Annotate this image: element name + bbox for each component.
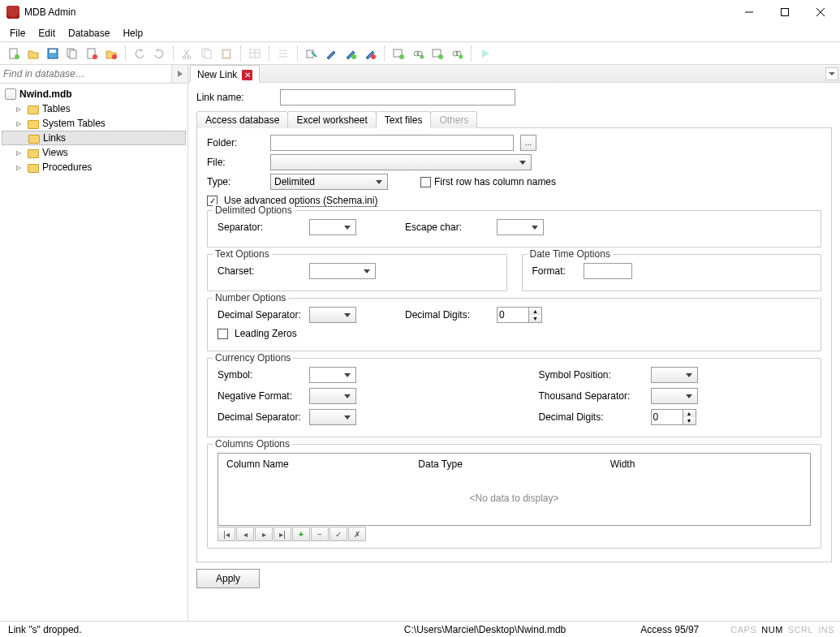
type-label: Type: — [207, 176, 264, 187]
file-select[interactable] — [270, 154, 532, 170]
first-row-checkbox[interactable] — [420, 177, 431, 187]
leading-zeros-checkbox[interactable] — [218, 329, 228, 339]
brush-blue-add-icon[interactable] — [342, 45, 360, 62]
table-add-icon[interactable] — [390, 45, 407, 62]
expand-icon[interactable]: ▹ — [16, 103, 24, 114]
cut-icon[interactable] — [179, 45, 196, 62]
grid-header: Column Name Data Type Width — [218, 454, 810, 475]
escape-select[interactable] — [497, 219, 544, 235]
ins-indicator: INS — [816, 625, 837, 635]
grid-prev-button[interactable]: ◂ — [236, 527, 254, 541]
menu-file[interactable]: File — [3, 26, 32, 41]
table-add2-icon[interactable] — [429, 45, 446, 62]
type-select[interactable]: Delimited — [270, 174, 388, 190]
grid-cancel-button[interactable]: ✗ — [348, 527, 366, 541]
grid-last-button[interactable]: ▸| — [274, 527, 291, 541]
search-go-button[interactable] — [171, 65, 187, 83]
play-icon[interactable] — [476, 45, 494, 62]
apply-label: Apply — [216, 573, 240, 584]
grid-next-button[interactable]: ▸ — [255, 527, 273, 541]
table-icon[interactable] — [246, 45, 264, 62]
curr-thousand-sep-select[interactable] — [651, 388, 698, 404]
status-bar: Link "s" dropped. C:\Users\Marciel\Deskt… — [0, 621, 840, 637]
wizard-icon[interactable] — [303, 45, 321, 62]
num-indicator: NUM — [759, 625, 786, 635]
apply-button[interactable]: Apply — [196, 569, 260, 588]
link2-icon[interactable] — [448, 45, 466, 62]
chevron-down-icon — [829, 71, 835, 77]
grid-remove-button[interactable]: − — [311, 527, 329, 541]
toolbar-separator — [384, 46, 385, 61]
expand-icon[interactable]: ▹ — [16, 147, 24, 158]
tree-db-node[interactable]: Nwind.mdb — [2, 87, 186, 101]
format-input[interactable] — [584, 263, 632, 279]
svg-rect-18 — [205, 50, 211, 58]
num-decimal-sep-select[interactable] — [309, 307, 356, 323]
type-value: Delimited — [274, 176, 315, 187]
list-icon[interactable] — [274, 45, 292, 62]
search-input[interactable] — [0, 65, 171, 83]
datetime-legend: Date Time Options — [528, 248, 613, 260]
tree-procedures[interactable]: ▹ Procedures — [2, 160, 186, 174]
grid-first-button[interactable]: |◂ — [218, 527, 235, 541]
curr-decimal-digits-spinner[interactable]: ▲▼ — [651, 409, 696, 425]
open-file-icon[interactable] — [24, 45, 42, 62]
down-icon[interactable]: ▼ — [529, 315, 541, 322]
curr-decimal-sep-select[interactable] — [309, 409, 356, 425]
tab-new-link[interactable]: New Link ✕ — [190, 65, 260, 83]
grid-commit-button[interactable]: ✓ — [330, 527, 347, 541]
db-tree[interactable]: Nwind.mdb ▹ Tables ▹ System Tables Links… — [0, 84, 187, 621]
new-file-icon[interactable] — [5, 45, 23, 62]
tree-views[interactable]: ▹ Views — [2, 145, 186, 160]
num-decimal-digits-spinner[interactable]: ▲▼ — [497, 307, 542, 323]
folder-browse-button[interactable]: … — [520, 135, 536, 151]
menu-database[interactable]: Database — [62, 26, 116, 41]
tab-access-db[interactable]: Access database — [196, 111, 288, 128]
copy-icon[interactable] — [63, 45, 81, 62]
up-icon[interactable]: ▲ — [683, 410, 696, 417]
close-file-icon[interactable] — [102, 45, 120, 62]
curr-symbol-label: Symbol: — [218, 369, 303, 381]
folder-icon — [28, 120, 39, 129]
tree-system-tables[interactable]: ▹ System Tables — [2, 116, 186, 131]
menu-edit[interactable]: Edit — [32, 26, 62, 41]
scrl-indicator: SCRL — [786, 625, 816, 635]
brush-blue-del-icon[interactable] — [361, 45, 379, 62]
tab-excel[interactable]: Excel worksheet — [287, 111, 376, 128]
curr-symbol-pos-select[interactable] — [651, 367, 698, 383]
brush-blue-icon[interactable] — [322, 45, 340, 62]
copy2-icon[interactable] — [198, 45, 216, 62]
delete-file-icon[interactable] — [83, 45, 101, 62]
curr-neg-format-select[interactable] — [309, 388, 356, 404]
tree-links[interactable]: Links — [2, 131, 186, 145]
up-icon[interactable]: ▲ — [529, 308, 541, 315]
expand-icon[interactable]: ▹ — [16, 118, 24, 129]
link-icon[interactable] — [409, 45, 427, 62]
close-window-button[interactable] — [803, 1, 838, 24]
minimize-button[interactable] — [731, 1, 767, 24]
undo-icon[interactable] — [131, 45, 149, 62]
tab-text-files[interactable]: Text files — [376, 111, 432, 128]
curr-symbol-select[interactable] — [309, 367, 356, 383]
leading-zeros-label: Leading Zeros — [235, 328, 297, 339]
paste-icon[interactable] — [218, 45, 235, 62]
menu-help[interactable]: Help — [116, 26, 149, 41]
down-icon[interactable]: ▼ — [683, 417, 696, 424]
link-name-input[interactable] — [280, 89, 515, 105]
folder-input[interactable] — [270, 135, 514, 151]
redo-icon[interactable] — [150, 45, 168, 62]
save-icon[interactable] — [44, 45, 62, 62]
num-decimal-digits-value[interactable] — [497, 307, 529, 323]
maximize-button[interactable] — [767, 1, 803, 24]
text-options-group: Text Options Charset: — [207, 254, 507, 291]
tab-close-button[interactable]: ✕ — [242, 70, 252, 80]
grid-add-button[interactable]: + — [292, 527, 310, 541]
separator-select[interactable] — [309, 219, 356, 235]
tab-dropdown-button[interactable] — [825, 67, 838, 80]
charset-select[interactable] — [309, 263, 376, 279]
columns-grid[interactable]: Column Name Data Type Width <No data to … — [218, 453, 811, 526]
expand-icon[interactable]: ▹ — [16, 161, 24, 173]
curr-decimal-digits-value[interactable] — [651, 409, 683, 425]
maximize-icon — [781, 8, 789, 16]
tree-tables[interactable]: ▹ Tables — [2, 101, 186, 116]
